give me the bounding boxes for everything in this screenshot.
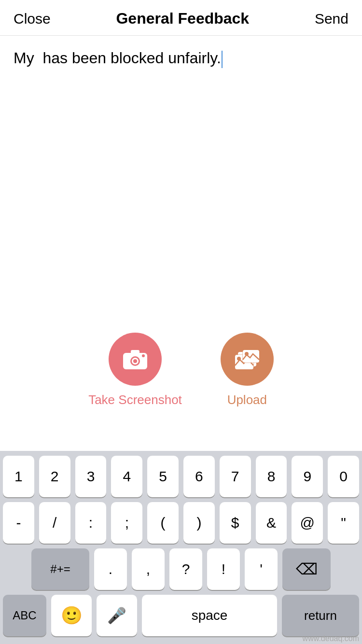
key-dollar[interactable]: $ <box>220 502 251 544</box>
key-ampersand[interactable]: & <box>256 502 287 544</box>
key-apostrophe[interactable]: ' <box>245 548 278 590</box>
svg-point-12 <box>245 352 249 356</box>
key-period[interactable]: . <box>94 548 127 590</box>
svg-point-5 <box>142 354 145 357</box>
text-cursor <box>222 51 223 68</box>
backspace-button[interactable]: ⌫ <box>282 548 331 590</box>
keyboard-row-bottom: ABC 🙂 🎤 space return <box>3 595 359 636</box>
key-at[interactable]: @ <box>292 502 323 544</box>
screenshot-action: Take Screenshot <box>88 333 182 407</box>
feedback-body[interactable]: My has been blocked unfairly. <box>0 36 362 345</box>
key-8[interactable]: 8 <box>256 456 287 497</box>
backspace-icon: ⌫ <box>296 560 318 578</box>
action-area: Take Screenshot Upload <box>0 323 362 422</box>
key-question[interactable]: ? <box>169 548 202 590</box>
key-emoji[interactable]: 🙂 <box>51 595 92 636</box>
key-7[interactable]: 7 <box>220 456 251 497</box>
close-button[interactable]: Close <box>14 11 51 27</box>
upload-label: Upload <box>227 392 267 407</box>
take-screenshot-button[interactable] <box>109 333 162 386</box>
upload-icon <box>234 347 260 371</box>
key-exclamation[interactable]: ! <box>207 548 240 590</box>
upload-button[interactable] <box>221 333 274 386</box>
screenshot-label: Take Screenshot <box>88 392 182 407</box>
svg-point-9 <box>237 357 241 361</box>
keyboard-row-symbols: - / : ; ( ) $ & @ " <box>3 502 359 544</box>
key-return[interactable]: return <box>282 595 359 636</box>
feedback-text: My has been blocked unfairly. <box>14 49 223 67</box>
key-open-paren[interactable]: ( <box>147 502 179 544</box>
upload-action: Upload <box>221 333 274 407</box>
key-semicolon[interactable]: ; <box>111 502 142 544</box>
key-minus[interactable]: - <box>3 502 34 544</box>
key-slash[interactable]: / <box>39 502 70 544</box>
key-space[interactable]: space <box>142 595 277 636</box>
key-hashtag[interactable]: #+= <box>31 548 89 590</box>
watermark: www.deuaq.com <box>303 634 359 643</box>
key-3[interactable]: 3 <box>75 456 107 497</box>
key-colon[interactable]: : <box>75 502 107 544</box>
key-comma[interactable]: , <box>132 548 165 590</box>
key-1[interactable]: 1 <box>3 456 34 497</box>
key-0[interactable]: 0 <box>328 456 359 497</box>
key-abc[interactable]: ABC <box>3 595 46 636</box>
key-4[interactable]: 4 <box>111 456 142 497</box>
send-button[interactable]: Send <box>315 11 348 27</box>
svg-rect-4 <box>131 350 139 354</box>
key-2[interactable]: 2 <box>39 456 70 497</box>
camera-icon <box>122 348 148 370</box>
keyboard-row-special: #+= . , ? ! ' ⌫ <box>3 548 359 590</box>
key-close-paren[interactable]: ) <box>183 502 215 544</box>
key-5[interactable]: 5 <box>147 456 179 497</box>
header: Close General Feedback Send <box>0 0 362 36</box>
page-title: General Feedback <box>116 10 249 28</box>
key-9[interactable]: 9 <box>292 456 323 497</box>
key-quote[interactable]: " <box>328 502 359 544</box>
key-6[interactable]: 6 <box>183 456 215 497</box>
svg-point-3 <box>133 359 137 363</box>
keyboard-row-numbers: 1 2 3 4 5 6 7 8 9 0 <box>3 456 359 497</box>
keyboard: 1 2 3 4 5 6 7 8 9 0 - / : ; ( ) $ & @ " … <box>0 451 362 644</box>
key-mic[interactable]: 🎤 <box>97 595 137 636</box>
